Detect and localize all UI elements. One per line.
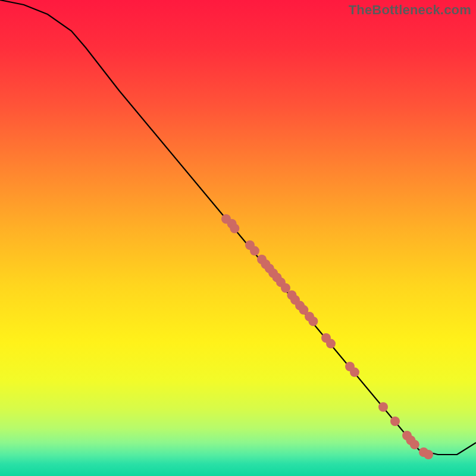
data-point [308, 317, 318, 326]
data-point [410, 440, 419, 449]
data-point [326, 339, 336, 349]
chart-container: TheBottleneck.com [0, 0, 476, 476]
data-point [230, 224, 239, 233]
data-point [424, 450, 433, 459]
data-point [390, 416, 400, 426]
data-point [250, 246, 259, 256]
data-point [350, 368, 359, 377]
data-points [221, 214, 433, 459]
chart-overlay [0, 0, 476, 476]
data-point [378, 402, 388, 412]
